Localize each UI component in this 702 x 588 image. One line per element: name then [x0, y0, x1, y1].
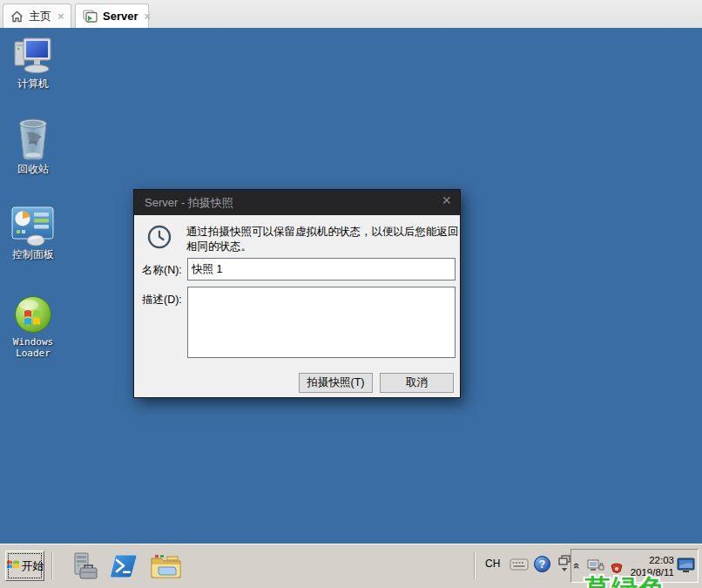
language-indicator[interactable]: CH [485, 558, 500, 570]
tab-home-label: 主页 [29, 9, 51, 24]
snapshot-message-line2: 相同的状态。 [186, 240, 252, 254]
computer-icon [4, 37, 62, 77]
desktop-icon-computer[interactable]: 计算机 [4, 37, 62, 90]
desktop-icon-control-panel[interactable]: 控制面板 [4, 206, 62, 260]
start-button-label: 开始 [22, 558, 44, 574]
tray-clock[interactable]: 22:03 2019/8/11 [631, 554, 674, 578]
snapshot-name-input[interactable] [187, 258, 456, 280]
tab-server-label: Server [103, 10, 138, 23]
desktop-icon-label: Windows Loader [4, 336, 62, 359]
tab-home[interactable]: 主页 × [3, 3, 71, 28]
recycle-bin-icon [4, 117, 62, 162]
tray-time: 22:03 [631, 554, 674, 566]
start-button[interactable]: 开始 [5, 551, 44, 581]
desktop-icon-recycle-bin[interactable]: 回收站 [4, 117, 62, 175]
desktop-icon-label: 计算机 [4, 78, 62, 90]
cancel-button[interactable]: 取消 [380, 373, 454, 393]
tab-home-close-icon[interactable]: × [57, 10, 65, 23]
description-field-label: 描述(D): [142, 293, 182, 308]
help-icon[interactable]: ? [534, 556, 550, 576]
take-snapshot-button[interactable]: 拍摄快照(T) [299, 373, 373, 393]
desktop-icon-label: 回收站 [4, 164, 62, 175]
guest-desktop: 计算机 回收站 [0, 28, 702, 588]
tray-date: 2019/8/11 [631, 566, 674, 578]
snapshot-clock-icon [147, 225, 172, 252]
show-desktop-icon[interactable] [677, 558, 695, 578]
snapshot-dialog: Server - 拍摄快照 × 通过拍摄快照可以保留虚拟机的状态，以便以后您能返… [133, 189, 461, 398]
snapshot-dialog-title: Server - 拍摄快照 [145, 195, 233, 211]
svg-text:?: ? [539, 558, 545, 571]
vm-console-icon [83, 10, 98, 23]
tray-divider [474, 552, 476, 579]
system-tray: « 22:03 [570, 549, 699, 583]
windows-flag-icon [6, 558, 20, 574]
snapshot-message-line1: 通过拍摄快照可以保留虚拟机的状态，以便以后您能返回 [186, 225, 459, 240]
snapshot-dialog-body: 通过拍摄快照可以保留虚拟机的状态，以便以后您能返回 相同的状态。 名称(N): … [134, 215, 460, 397]
powershell-icon[interactable] [110, 554, 138, 582]
home-icon [10, 10, 24, 23]
file-explorer-icon[interactable] [150, 552, 182, 584]
network-icon[interactable] [587, 558, 606, 578]
windows-loader-icon [4, 294, 62, 335]
desktop-icon-label: 控制面板 [4, 249, 62, 260]
taskbar-divider [51, 552, 53, 579]
tab-server[interactable]: Server × [75, 3, 149, 28]
tray-expand-icon[interactable]: « [570, 563, 584, 569]
vmware-window: 主页 × Server × [0, 0, 702, 588]
server-manager-icon[interactable] [69, 552, 98, 585]
alert-icon[interactable] [610, 562, 624, 579]
restore-window-icon[interactable] [558, 555, 570, 576]
control-panel-icon [4, 206, 62, 247]
desktop-icon-windows-loader[interactable]: Windows Loader [4, 294, 62, 359]
tab-bar: 主页 × Server × [0, 0, 702, 28]
dialog-close-icon[interactable]: × [442, 192, 451, 210]
guest-taskbar: 开始 [0, 544, 702, 588]
snapshot-dialog-titlebar[interactable]: Server - 拍摄快照 × [134, 190, 460, 215]
keyboard-icon[interactable] [510, 558, 529, 575]
name-field-label: 名称(N): [142, 263, 182, 278]
snapshot-description-textarea[interactable] [187, 287, 456, 358]
tab-server-close-icon[interactable]: × [143, 10, 152, 23]
